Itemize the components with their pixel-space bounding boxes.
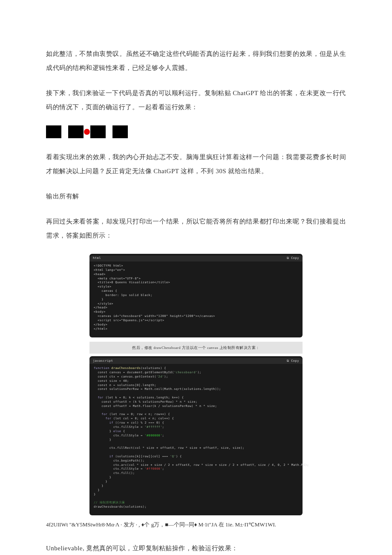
board-cell [68,125,84,138]
code-language-label: html [93,255,101,262]
paragraph-5: Unbelievable, 竟然真的可以，立即复制粘贴操作，检验运行效果： [46,541,346,555]
code-language-label: javascript [93,358,113,364]
board-cell [128,125,142,138]
board-cell [90,125,106,138]
board-cell [84,125,90,138]
code-block-header: javascript ⧉ Copy [89,358,303,364]
code-block-2: javascript ⧉ Copy function drawChessboar… [89,356,303,515]
board-cell [61,125,68,138]
paragraph-2: 接下来，我们来验证一下代码是否真的可以顺利运行。复制粘贴 ChatGPT 给出的… [46,86,346,114]
ocr-garbled-line: 4f2UIIWt "&Y5MStwHr8·Mα·Λ · 发方 · , ♦个 g万… [46,520,346,529]
paragraph-3: 看着实现出来的效果，我的内心开始忐忑不安。脑海里疯狂计算着这样一个问题：我需要花… [46,150,346,178]
copy-code-button[interactable]: ⧉ Copy [287,255,299,262]
queen-marker-icon [84,129,90,135]
board-cell [46,125,61,138]
code-lines-1: <!DOCTYPE html> <html lang="en"> <head> … [89,262,303,334]
code-figure-js: javascript ⧉ Copy function drawChessboar… [89,356,303,515]
paragraph-1: 如此整洁，不禁由衷赞叹。虽然还不确定这些代码能否真的运行起来，得到我们想要的效果… [46,47,346,75]
code-block-1: html ⧉ Copy <!DOCTYPE html> <html lang="… [89,254,303,337]
paragraph-4: 再回过头来看答案，却发现只打印出一个结果，所以它能否将所有的结果都打印出来呢？我… [46,215,346,243]
section-heading-all-solutions: 输出所有解 [46,189,346,203]
copy-code-button[interactable]: ⧉ Copy [287,358,299,364]
chessboard-result-figure [46,125,346,138]
chessboard-demo [46,125,157,138]
code-lines-2: function drawChessboards(solutions) { co… [89,364,303,512]
code-figure-html: html ⧉ Copy <!DOCTYPE html> <html lang="… [89,254,303,337]
instruction-bar: 然后，修改 drawChessboard 方法以在一个 canvas 上绘制所有… [89,342,303,354]
board-cell [106,125,112,138]
code-block-header: html ⧉ Copy [89,256,303,262]
board-cell [112,125,128,138]
